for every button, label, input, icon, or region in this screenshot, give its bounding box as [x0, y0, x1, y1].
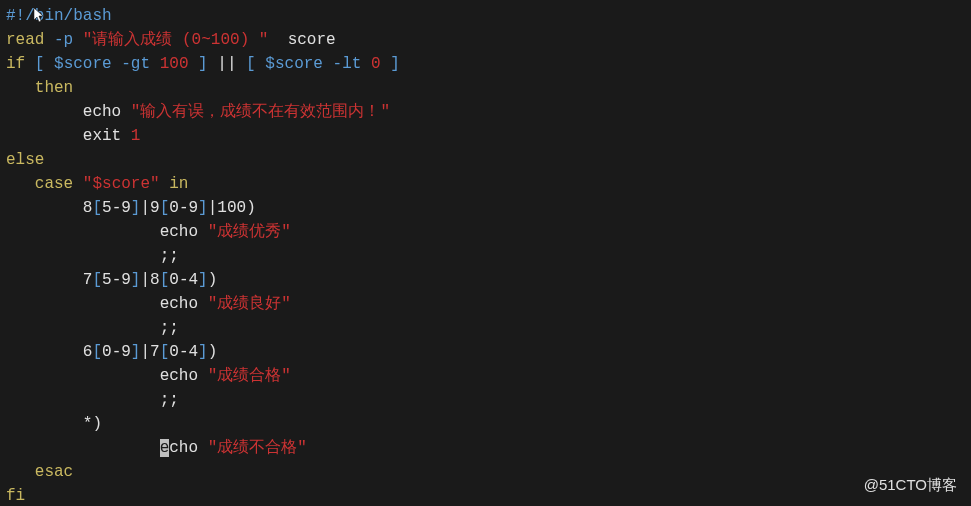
code-line-21: fi	[6, 484, 965, 506]
code-line-6: exit 1	[6, 124, 965, 148]
code-line-7: else	[6, 148, 965, 172]
code-line-13: echo "成绩良好"	[6, 292, 965, 316]
code-line-9: 8[5-9]|9[0-9]|100)	[6, 196, 965, 220]
text-cursor: e	[160, 439, 170, 457]
code-line-10: echo "成绩优秀"	[6, 220, 965, 244]
shebang: #!/bin/bash	[6, 7, 112, 25]
code-line-3: if [ $score -gt 100 ] || [ $score -lt 0 …	[6, 52, 965, 76]
code-line-17: ;;	[6, 388, 965, 412]
code-editor[interactable]: #!/bin/bash read -p "请输入成绩 (0~100) " sco…	[6, 4, 965, 506]
code-line-8: case "$score" in	[6, 172, 965, 196]
code-line-11: ;;	[6, 244, 965, 268]
code-line-2: read -p "请输入成绩 (0~100) " score	[6, 28, 965, 52]
code-line-18: *)	[6, 412, 965, 436]
code-line-1: #!/bin/bash	[6, 4, 965, 28]
code-line-14: ;;	[6, 316, 965, 340]
code-line-4: then	[6, 76, 965, 100]
code-line-19: echo "成绩不合格"	[6, 436, 965, 460]
watermark: @51CTO博客	[864, 474, 957, 497]
code-line-5: echo "输入有误，成绩不在有效范围内！"	[6, 100, 965, 124]
code-line-15: 6[0-9]|7[0-4])	[6, 340, 965, 364]
code-line-20: esac	[6, 460, 965, 484]
code-line-16: echo "成绩合格"	[6, 364, 965, 388]
code-line-12: 7[5-9]|8[0-4])	[6, 268, 965, 292]
